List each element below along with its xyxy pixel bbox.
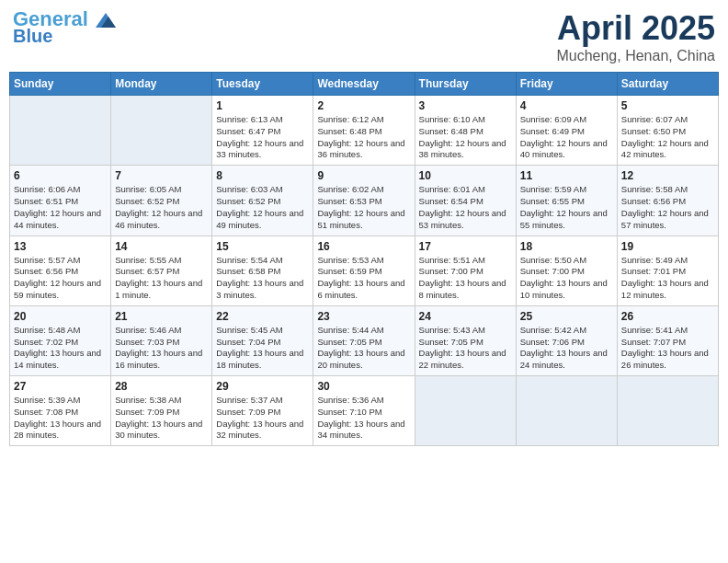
- day-info: Sunrise: 5:57 AMSunset: 6:56 PMDaylight:…: [14, 255, 107, 302]
- calendar-cell: 20Sunrise: 5:48 AMSunset: 7:02 PMDayligh…: [10, 305, 111, 375]
- day-info: Sunrise: 5:53 AMSunset: 6:59 PMDaylight:…: [317, 255, 410, 302]
- calendar-cell: [617, 376, 718, 446]
- day-number: 18: [520, 240, 613, 253]
- calendar-cell: [415, 376, 516, 446]
- calendar-cell: 22Sunrise: 5:45 AMSunset: 7:04 PMDayligh…: [212, 305, 313, 375]
- day-info: Sunrise: 6:09 AMSunset: 6:49 PMDaylight:…: [520, 114, 613, 161]
- day-info: Sunrise: 6:06 AMSunset: 6:51 PMDaylight:…: [14, 184, 107, 231]
- calendar-cell: 30Sunrise: 5:36 AMSunset: 7:10 PMDayligh…: [313, 376, 415, 446]
- day-info: Sunrise: 5:38 AMSunset: 7:09 PMDaylight:…: [115, 395, 208, 442]
- day-number: 5: [621, 99, 714, 112]
- day-info: Sunrise: 5:42 AMSunset: 7:06 PMDaylight:…: [520, 325, 613, 372]
- day-info: Sunrise: 5:46 AMSunset: 7:03 PMDaylight:…: [115, 325, 208, 372]
- calendar-cell: 2Sunrise: 6:12 AMSunset: 6:48 PMDaylight…: [313, 96, 415, 166]
- calendar-cell: 15Sunrise: 5:54 AMSunset: 6:58 PMDayligh…: [212, 236, 313, 305]
- day-info: Sunrise: 5:54 AMSunset: 6:58 PMDaylight:…: [216, 255, 309, 302]
- day-number: 24: [419, 310, 512, 323]
- calendar-cell: 28Sunrise: 5:38 AMSunset: 7:09 PMDayligh…: [111, 376, 212, 446]
- day-number: 21: [115, 310, 208, 323]
- calendar-cell: 18Sunrise: 5:50 AMSunset: 7:00 PMDayligh…: [516, 236, 617, 305]
- day-number: 12: [621, 169, 714, 182]
- day-number: 13: [14, 240, 107, 253]
- calendar-week-row: 13Sunrise: 5:57 AMSunset: 6:56 PMDayligh…: [10, 236, 719, 305]
- day-info: Sunrise: 6:12 AMSunset: 6:48 PMDaylight:…: [317, 114, 410, 161]
- weekday-header: Saturday: [617, 73, 718, 96]
- calendar-cell: [516, 376, 617, 446]
- calendar-cell: 23Sunrise: 5:44 AMSunset: 7:05 PMDayligh…: [313, 305, 415, 375]
- day-number: 7: [115, 169, 208, 182]
- calendar-cell: 9Sunrise: 6:02 AMSunset: 6:53 PMDaylight…: [313, 166, 415, 236]
- calendar-cell: 26Sunrise: 5:41 AMSunset: 7:07 PMDayligh…: [617, 305, 718, 375]
- page-header: General Blue April 2025 Mucheng, Henan, …: [9, 9, 719, 64]
- day-info: Sunrise: 6:13 AMSunset: 6:47 PMDaylight:…: [216, 114, 309, 161]
- day-number: 11: [520, 169, 613, 182]
- day-number: 9: [317, 169, 410, 182]
- day-info: Sunrise: 5:37 AMSunset: 7:09 PMDaylight:…: [216, 395, 309, 442]
- day-info: Sunrise: 5:36 AMSunset: 7:10 PMDaylight:…: [317, 395, 410, 442]
- weekday-header: Tuesday: [212, 73, 313, 96]
- calendar-week-row: 27Sunrise: 5:39 AMSunset: 7:08 PMDayligh…: [10, 376, 719, 446]
- calendar-cell: 16Sunrise: 5:53 AMSunset: 6:59 PMDayligh…: [313, 236, 415, 305]
- calendar-table: SundayMondayTuesdayWednesdayThursdayFrid…: [9, 72, 719, 446]
- calendar-cell: 11Sunrise: 5:59 AMSunset: 6:55 PMDayligh…: [516, 166, 617, 236]
- logo: General Blue: [13, 9, 116, 47]
- day-info: Sunrise: 5:58 AMSunset: 6:56 PMDaylight:…: [621, 184, 714, 231]
- calendar-cell: 19Sunrise: 5:49 AMSunset: 7:01 PMDayligh…: [617, 236, 718, 305]
- weekday-header: Thursday: [415, 73, 516, 96]
- calendar-subtitle: Mucheng, Henan, China: [556, 48, 715, 64]
- weekday-header: Friday: [516, 73, 617, 96]
- calendar-title: April 2025: [556, 9, 715, 48]
- weekday-header: Monday: [111, 73, 212, 96]
- calendar-week-row: 6Sunrise: 6:06 AMSunset: 6:51 PMDaylight…: [10, 166, 719, 236]
- calendar-cell: 10Sunrise: 6:01 AMSunset: 6:54 PMDayligh…: [415, 166, 516, 236]
- calendar-cell: [111, 96, 212, 166]
- day-info: Sunrise: 5:50 AMSunset: 7:00 PMDaylight:…: [520, 255, 613, 302]
- day-info: Sunrise: 5:45 AMSunset: 7:04 PMDaylight:…: [216, 325, 309, 372]
- day-number: 16: [317, 240, 410, 253]
- calendar-week-row: 20Sunrise: 5:48 AMSunset: 7:02 PMDayligh…: [10, 305, 719, 375]
- day-info: Sunrise: 6:05 AMSunset: 6:52 PMDaylight:…: [115, 184, 208, 231]
- day-number: 23: [317, 310, 410, 323]
- day-info: Sunrise: 6:03 AMSunset: 6:52 PMDaylight:…: [216, 184, 309, 231]
- day-number: 29: [216, 380, 309, 393]
- calendar-cell: 12Sunrise: 5:58 AMSunset: 6:56 PMDayligh…: [617, 166, 718, 236]
- calendar-cell: 24Sunrise: 5:43 AMSunset: 7:05 PMDayligh…: [415, 305, 516, 375]
- day-number: 1: [216, 99, 309, 112]
- day-info: Sunrise: 5:48 AMSunset: 7:02 PMDaylight:…: [14, 325, 107, 372]
- day-number: 27: [14, 380, 107, 393]
- day-number: 10: [419, 169, 512, 182]
- day-number: 22: [216, 310, 309, 323]
- calendar-cell: 7Sunrise: 6:05 AMSunset: 6:52 PMDaylight…: [111, 166, 212, 236]
- day-number: 26: [621, 310, 714, 323]
- day-info: Sunrise: 6:02 AMSunset: 6:53 PMDaylight:…: [317, 184, 410, 231]
- calendar-cell: [10, 96, 111, 166]
- day-number: 15: [216, 240, 309, 253]
- calendar-header-row: SundayMondayTuesdayWednesdayThursdayFrid…: [10, 73, 719, 96]
- calendar-cell: 14Sunrise: 5:55 AMSunset: 6:57 PMDayligh…: [111, 236, 212, 305]
- day-number: 2: [317, 99, 410, 112]
- calendar-cell: 5Sunrise: 6:07 AMSunset: 6:50 PMDaylight…: [617, 96, 718, 166]
- day-info: Sunrise: 5:41 AMSunset: 7:07 PMDaylight:…: [621, 325, 714, 372]
- day-number: 4: [520, 99, 613, 112]
- calendar-cell: 13Sunrise: 5:57 AMSunset: 6:56 PMDayligh…: [10, 236, 111, 305]
- calendar-cell: 17Sunrise: 5:51 AMSunset: 7:00 PMDayligh…: [415, 236, 516, 305]
- day-info: Sunrise: 5:44 AMSunset: 7:05 PMDaylight:…: [317, 325, 410, 372]
- calendar-cell: 3Sunrise: 6:10 AMSunset: 6:48 PMDaylight…: [415, 96, 516, 166]
- weekday-header: Sunday: [10, 73, 111, 96]
- day-number: 30: [317, 380, 410, 393]
- day-info: Sunrise: 6:07 AMSunset: 6:50 PMDaylight:…: [621, 114, 714, 161]
- day-info: Sunrise: 6:01 AMSunset: 6:54 PMDaylight:…: [419, 184, 512, 231]
- day-number: 25: [520, 310, 613, 323]
- day-number: 3: [419, 99, 512, 112]
- day-info: Sunrise: 5:49 AMSunset: 7:01 PMDaylight:…: [621, 255, 714, 302]
- day-number: 17: [419, 240, 512, 253]
- calendar-cell: 4Sunrise: 6:09 AMSunset: 6:49 PMDaylight…: [516, 96, 617, 166]
- day-info: Sunrise: 5:55 AMSunset: 6:57 PMDaylight:…: [115, 255, 208, 302]
- calendar-cell: 1Sunrise: 6:13 AMSunset: 6:47 PMDaylight…: [212, 96, 313, 166]
- day-number: 6: [14, 169, 107, 182]
- day-number: 20: [14, 310, 107, 323]
- day-info: Sunrise: 5:59 AMSunset: 6:55 PMDaylight:…: [520, 184, 613, 231]
- weekday-header: Wednesday: [313, 73, 415, 96]
- day-number: 19: [621, 240, 714, 253]
- day-number: 8: [216, 169, 309, 182]
